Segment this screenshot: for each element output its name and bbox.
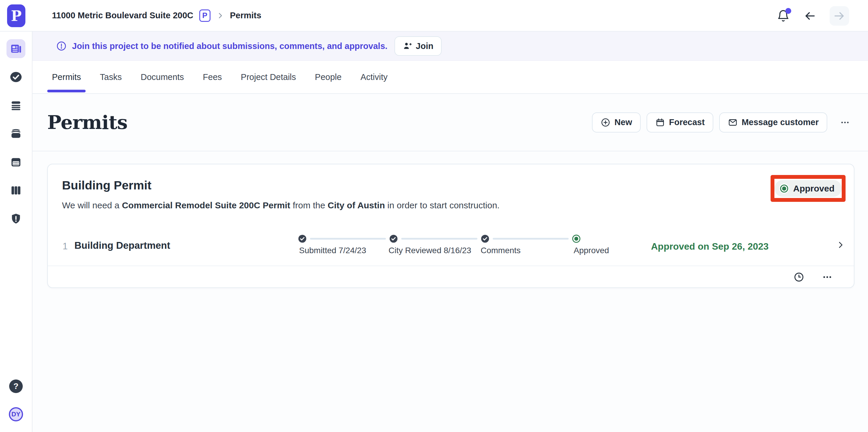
message-customer-label: Message customer	[742, 118, 819, 127]
tab-people[interactable]: People	[310, 61, 346, 94]
notification-dot	[785, 8, 791, 14]
join-banner-message: Join this project to be notified about s…	[72, 41, 388, 51]
forecast-button-label: Forecast	[669, 118, 705, 127]
sidebar-bottom: ? DY	[9, 379, 23, 432]
columns-icon	[9, 184, 23, 197]
status-badge-label: Approved	[793, 184, 834, 194]
newspaper-icon	[9, 42, 23, 55]
message-customer-button[interactable]: Message customer	[719, 112, 827, 132]
shield-exclamation-icon	[9, 212, 23, 225]
sidebar-item-projects[interactable]	[6, 39, 25, 58]
new-button[interactable]: New	[592, 112, 641, 132]
forecast-button[interactable]: Forecast	[647, 112, 713, 132]
calendar-icon	[655, 118, 665, 128]
info-icon	[56, 41, 67, 51]
back-button[interactable]	[802, 8, 817, 23]
history-button[interactable]	[791, 269, 807, 285]
person-add-icon	[403, 41, 412, 51]
tab-project-details[interactable]: Project Details	[236, 61, 301, 94]
top-bar: P 11000 Metric Boulevard Suite 200C P Pe…	[0, 0, 868, 32]
sidebar-item-calendar[interactable]	[6, 153, 25, 171]
page-header: Permits New Forecast	[32, 94, 868, 152]
sidebar-item-tasks[interactable]	[6, 68, 25, 87]
status-approved-icon	[779, 183, 790, 194]
chevron-right-icon	[216, 12, 224, 20]
step-label: City Reviewed 8/16/23	[389, 246, 471, 255]
row-department: Building Department	[74, 240, 170, 251]
sidebar-item-queue[interactable]	[6, 96, 25, 115]
step-connector	[310, 238, 386, 240]
app-root: P 11000 Metric Boulevard Suite 200C P Pe…	[0, 0, 868, 432]
rows-icon	[9, 99, 23, 112]
forward-button[interactable]	[830, 6, 849, 26]
step-done-icon	[298, 234, 307, 243]
permit-card-description: We will need a Commercial Remodel Suite …	[62, 200, 500, 210]
annotation-highlight: Approved	[771, 175, 845, 202]
join-button-label: Join	[416, 41, 433, 51]
sidebar-item-inbox[interactable]	[6, 124, 25, 143]
page-more-button[interactable]	[836, 113, 854, 131]
calendar-icon	[9, 156, 23, 168]
status-badge[interactable]: Approved	[774, 180, 841, 197]
app-logo-letter: P	[11, 9, 22, 23]
step-label: Approved	[574, 246, 609, 255]
step-connector	[401, 238, 477, 240]
step-done-icon	[480, 234, 490, 243]
plus-circle-icon	[600, 118, 611, 128]
tab-bar: Permits Tasks Documents Fees Project Det…	[32, 61, 868, 94]
breadcrumb-current[interactable]: Permits	[230, 11, 261, 20]
join-button[interactable]: Join	[395, 36, 442, 56]
step-approved-icon	[571, 234, 581, 243]
step-label: Submitted 7/24/23	[299, 246, 366, 255]
tab-documents[interactable]: Documents	[136, 61, 189, 94]
row-index: 1	[63, 241, 68, 252]
breadcrumb-project[interactable]: 11000 Metric Boulevard Suite 200C	[52, 11, 193, 20]
join-banner: Join this project to be notified about s…	[32, 32, 868, 61]
tab-tasks[interactable]: Tasks	[95, 61, 126, 94]
sidebar-item-admin[interactable]	[6, 209, 25, 228]
step-done-icon	[389, 234, 398, 243]
step-connector	[493, 238, 569, 240]
arrow-left-icon	[803, 9, 816, 23]
top-bar-actions	[776, 0, 849, 32]
user-avatar[interactable]: DY	[9, 407, 23, 421]
breadcrumb: 11000 Metric Boulevard Suite 200C P Perm…	[52, 9, 261, 22]
arrow-right-icon	[833, 9, 846, 23]
check-circle-icon	[9, 70, 23, 84]
permit-step-row[interactable]: 1 Building Department Submitted 7/24/23 …	[48, 229, 855, 265]
step-label: Comments	[480, 246, 521, 255]
sidebar: ? DY	[0, 32, 32, 432]
app-logo[interactable]: P	[7, 4, 25, 27]
ellipsis-icon	[822, 271, 833, 283]
tab-activity[interactable]: Activity	[356, 61, 392, 94]
permit-card: Building Permit We will need a Commercia…	[47, 164, 855, 288]
row-approval-date: Approved on Sep 26, 2023	[651, 241, 769, 252]
ellipsis-icon	[840, 117, 850, 128]
sidebar-item-board[interactable]	[6, 181, 25, 200]
notifications-button[interactable]	[776, 9, 790, 23]
page-actions: New Forecast Message customer	[592, 112, 854, 132]
tray-icon	[9, 127, 23, 140]
card-more-button[interactable]	[819, 269, 835, 285]
permit-card-title: Building Permit	[62, 178, 151, 192]
new-button-label: New	[614, 118, 632, 127]
page-title: Permits	[47, 111, 127, 133]
tab-permits[interactable]: Permits	[47, 61, 86, 94]
clock-icon	[793, 271, 805, 283]
card-footer	[48, 266, 854, 288]
tab-fees[interactable]: Fees	[198, 61, 226, 94]
envelope-icon	[728, 118, 738, 128]
project-type-badge: P	[199, 9, 211, 22]
chevron-right-icon[interactable]	[836, 240, 845, 250]
help-button[interactable]: ?	[9, 379, 23, 393]
